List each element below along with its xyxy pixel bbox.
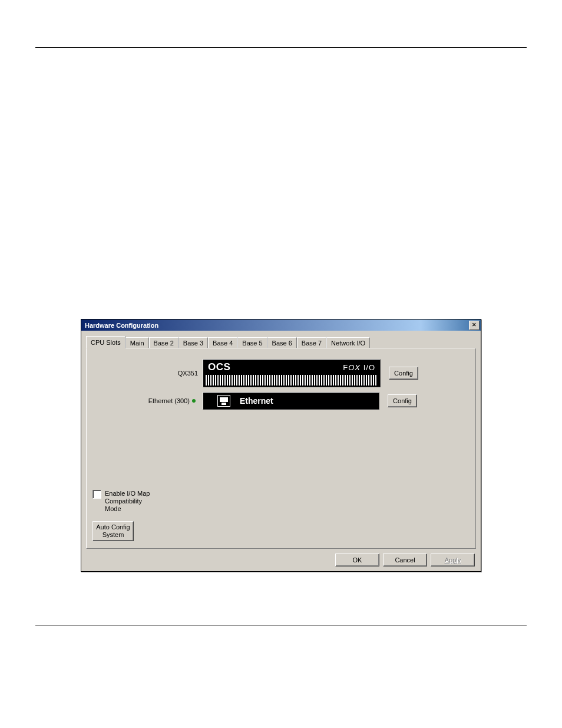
device-row-ethernet: Ethernet (300) Ethernet Config xyxy=(95,392,467,410)
ethernet-port-icon xyxy=(217,395,230,407)
titlebar: Hardware Configuration ✕ xyxy=(81,319,481,331)
enable-io-map-label: Enable I/O Map Compatibility Mode xyxy=(105,490,157,513)
device-label-qx351: QX351 xyxy=(95,370,203,377)
stripes-icon xyxy=(206,375,378,386)
auto-config-button[interactable]: Auto Config System xyxy=(92,521,134,541)
page-footer-rule xyxy=(35,625,527,625)
dialog-body: CPU Slots Main Base 2 Base 3 Base 4 Base… xyxy=(81,331,481,571)
dialog-title: Hardware Configuration xyxy=(82,322,158,329)
ok-button[interactable]: OK xyxy=(335,554,379,566)
hardware-config-dialog: Hardware Configuration ✕ CPU Slots Main … xyxy=(81,319,481,572)
tab-main[interactable]: Main xyxy=(125,337,149,348)
device-label-ethernet: Ethernet (300) xyxy=(148,397,194,404)
config-button-ethernet[interactable]: Config xyxy=(388,394,417,407)
tab-base-2[interactable]: Base 2 xyxy=(149,337,178,348)
checkbox-row: Enable I/O Map Compatibility Mode xyxy=(92,490,157,513)
page-header-rule xyxy=(35,47,527,48)
tab-base-7[interactable]: Base 7 xyxy=(297,337,326,348)
config-button-qx351[interactable]: Config xyxy=(389,367,418,380)
tab-network-io[interactable]: Network I/O xyxy=(326,337,370,348)
device-box-ethernet[interactable]: Ethernet xyxy=(203,392,379,410)
fox-io-text: FOX I/O xyxy=(343,363,375,372)
tab-base-6[interactable]: Base 6 xyxy=(267,337,297,348)
tab-panel: QX351 OCS FOX I/O Config Ethernet (300) xyxy=(86,348,476,549)
device-box-ocs[interactable]: OCS FOX I/O xyxy=(203,359,381,387)
device-row-qx351: QX351 OCS FOX I/O Config xyxy=(95,359,467,387)
tab-base-3[interactable]: Base 3 xyxy=(178,337,208,348)
close-icon[interactable]: ✕ xyxy=(469,321,480,330)
ethernet-text: Ethernet xyxy=(240,396,273,406)
cancel-button[interactable]: Cancel xyxy=(383,554,427,566)
tab-base-5[interactable]: Base 5 xyxy=(237,337,267,348)
ocs-text: OCS xyxy=(208,361,230,373)
device-box-header: OCS FOX I/O xyxy=(203,360,380,375)
enable-io-map-checkbox[interactable] xyxy=(92,490,101,499)
tab-cpu-slots[interactable]: CPU Slots xyxy=(86,336,125,348)
dialog-button-row: OK Cancel Apply xyxy=(86,549,476,568)
status-dot-icon xyxy=(192,399,196,403)
left-controls: Enable I/O Map Compatibility Mode Auto C… xyxy=(92,490,157,541)
tab-row: CPU Slots Main Base 2 Base 3 Base 4 Base… xyxy=(86,335,476,348)
tab-base-4[interactable]: Base 4 xyxy=(208,337,237,348)
apply-button: Apply xyxy=(431,554,475,566)
